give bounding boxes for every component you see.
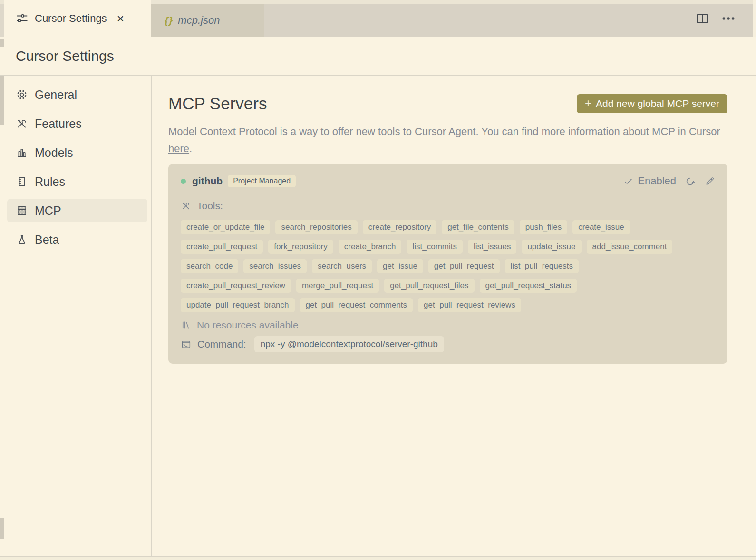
server-name: github xyxy=(192,175,223,187)
tools-label: Tools: xyxy=(197,200,223,212)
tool-chip: search_code xyxy=(181,259,238,273)
tool-chip: create_pull_request_review xyxy=(181,279,291,293)
tool-row: create_pull_request_reviewmerge_pull_req… xyxy=(181,279,715,293)
tools-icon xyxy=(181,201,191,211)
tool-list: create_or_update_filesearch_repositories… xyxy=(181,220,715,312)
tool-chip: list_commits xyxy=(407,240,463,254)
project-managed-badge: Project Managed xyxy=(228,175,296,187)
tool-chip: get_issue xyxy=(377,259,423,273)
tool-chip: get_pull_request_comments xyxy=(300,298,413,312)
sidebar-item-label: MCP xyxy=(35,204,61,218)
tool-chip: create_repository xyxy=(363,220,436,234)
tool-row: update_pull_request_branchget_pull_reque… xyxy=(181,298,715,312)
sidebar-item-label: Rules xyxy=(35,175,65,189)
terminal-icon xyxy=(181,339,192,350)
tool-chip: search_repositories xyxy=(275,220,357,234)
sidebar-item-mcp[interactable]: MCP xyxy=(7,199,147,222)
flask-icon xyxy=(16,233,28,246)
tool-chip: get_pull_request_status xyxy=(480,279,577,293)
settings-sidebar: General Features Models xyxy=(0,76,151,556)
tool-chip: create_pull_request xyxy=(181,240,263,254)
tool-chip: search_issues xyxy=(243,259,307,273)
page-header: Cursor Settings xyxy=(0,37,756,75)
window-right-edge xyxy=(753,0,756,37)
tool-chip: push_files xyxy=(520,220,568,234)
tool-chip: get_file_contents xyxy=(442,220,514,234)
add-global-mcp-server-button[interactable]: + Add new global MCP server xyxy=(577,94,727,113)
section-title: MCP Servers xyxy=(168,94,267,113)
settings-page-title: Cursor Settings xyxy=(16,48,114,64)
tools-icon xyxy=(16,117,28,130)
server-status-dot xyxy=(181,179,186,184)
sidebar-item-label: Features xyxy=(35,117,82,131)
tool-chip: list_issues xyxy=(468,240,516,254)
server-stack-icon xyxy=(16,204,28,217)
command-label: Command: xyxy=(197,338,246,350)
tool-chip: add_issue_comment xyxy=(587,240,673,254)
tab-mcp-json[interactable]: {} mcp.json xyxy=(151,4,264,37)
tool-chip: get_pull_request_reviews xyxy=(418,298,521,312)
resources-text: No resources available xyxy=(197,319,299,331)
enabled-toggle[interactable]: Enabled xyxy=(623,175,676,187)
sidebar-item-label: Models xyxy=(35,146,73,160)
tab-cursor-settings[interactable]: Cursor Settings × xyxy=(4,0,151,37)
command-value: npx -y @modelcontextprotocol/server-gith… xyxy=(254,336,444,352)
plus-icon: + xyxy=(585,97,591,109)
bottom-strip xyxy=(0,556,756,560)
tool-chip: update_issue xyxy=(522,240,581,254)
description-text: Model Context Protocol is a way to offer… xyxy=(168,126,720,137)
tab-label: Cursor Settings xyxy=(35,12,107,25)
tool-chip: create_or_update_file xyxy=(181,220,270,234)
sidebar-item-beta[interactable]: Beta xyxy=(7,228,147,251)
left-edge-decoration xyxy=(0,39,4,47)
tool-chip: merge_pull_request xyxy=(296,279,379,293)
mcp-settings-panel: MCP Servers + Add new global MCP server … xyxy=(152,76,756,556)
tab-label: mcp.json xyxy=(178,14,220,27)
mcp-server-card: github Project Managed Enabled xyxy=(168,164,727,364)
gear-icon xyxy=(16,88,28,101)
tool-row: create_pull_requestfork_repositorycreate… xyxy=(181,240,715,254)
more-actions-icon[interactable] xyxy=(720,11,737,26)
sidebar-item-label: General xyxy=(35,88,77,102)
cursor-settings-window: Cursor Settings × {} mcp.json Cursor Set… xyxy=(0,0,756,560)
tool-chip: update_pull_request_branch xyxy=(181,298,295,312)
json-braces-icon: {} xyxy=(165,15,173,26)
bar-chart-icon xyxy=(16,146,28,159)
sidebar-item-models[interactable]: Models xyxy=(7,141,147,164)
add-button-label: Add new global MCP server xyxy=(596,98,719,109)
tool-chip: search_users xyxy=(312,259,372,273)
tool-chip: list_pull_requests xyxy=(505,259,579,273)
tool-chip: fork_repository xyxy=(268,240,333,254)
tool-chip: create_issue xyxy=(572,220,630,234)
tool-chip: get_pull_request_files xyxy=(384,279,474,293)
mcp-docs-link[interactable]: here xyxy=(168,143,189,154)
check-icon xyxy=(623,176,633,186)
settings-sliders-icon xyxy=(16,12,29,25)
mcp-description: Model Context Protocol is a way to offer… xyxy=(168,123,727,157)
edit-icon[interactable] xyxy=(705,176,715,186)
sidebar-item-features[interactable]: Features xyxy=(7,112,147,135)
refresh-icon[interactable] xyxy=(685,176,696,187)
close-tab-icon[interactable]: × xyxy=(115,12,126,25)
tool-row: search_codesearch_issuessearch_usersget_… xyxy=(181,259,715,273)
tool-chip: get_pull_request xyxy=(428,259,500,273)
split-editor-icon[interactable] xyxy=(695,11,709,26)
server-enabled-label: Enabled xyxy=(638,175,676,187)
sidebar-item-label: Beta xyxy=(35,233,59,247)
description-suffix: . xyxy=(189,143,192,154)
rules-icon xyxy=(16,175,28,188)
left-edge-decoration xyxy=(0,4,4,37)
sidebar-item-general[interactable]: General xyxy=(7,83,147,106)
tool-chip: create_branch xyxy=(339,240,402,254)
sidebar-item-rules[interactable]: Rules xyxy=(7,170,147,193)
library-icon xyxy=(181,320,191,330)
tool-row: create_or_update_filesearch_repositories… xyxy=(181,220,715,234)
